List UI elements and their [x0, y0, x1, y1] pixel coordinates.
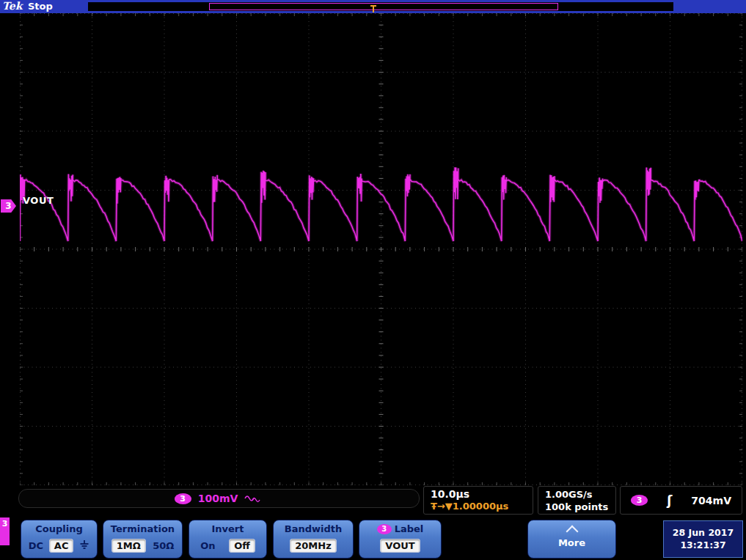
bandwidth-title: Bandwidth — [274, 523, 353, 534]
channel3-vertical-scale: 100mV — [198, 493, 238, 504]
date-text: 28 Jun 2017 — [673, 527, 734, 539]
trigger-level: 704mV — [691, 495, 731, 506]
trigger-delay-value: 1.00000µs — [453, 501, 509, 512]
acquisition-status: Stop — [28, 1, 53, 12]
sample-rate: 1.00GS/s — [545, 488, 615, 501]
invert-title: Invert — [189, 523, 266, 534]
more-label: More — [528, 537, 615, 548]
graticule — [20, 13, 742, 485]
trigger-delay-icon: Ŧ→▼ — [431, 501, 453, 512]
bandwidth-button[interactable]: Bandwidth 20MHz — [273, 520, 354, 559]
trigger-position-strip-marker[interactable] — [370, 2, 377, 11]
channel3-readout-pill: 3 100mV — [18, 489, 420, 508]
trigger-source-badge: 3 — [631, 495, 648, 506]
bandwidth-value-selected[interactable]: 20MHz — [290, 539, 336, 553]
trigger-readout: 3 ʃ 704mV — [620, 486, 742, 515]
record-view-strip — [88, 2, 673, 11]
invert-on-option[interactable]: On — [200, 540, 215, 551]
horizontal-scale: 10.0µs — [431, 488, 533, 501]
tek-logo: Tek — [2, 0, 22, 12]
graticule-grid-and-waveform — [20, 13, 742, 485]
label-title-text: Label — [395, 523, 424, 534]
more-button[interactable]: More — [527, 520, 616, 559]
channel3-corner-tab: 3 — [0, 517, 10, 545]
label-title: 3 Label — [359, 523, 441, 534]
coupling-ac-option-selected[interactable]: AC — [49, 539, 74, 553]
trigger-delay-readout: Ŧ→▼1.00000µs — [431, 501, 533, 512]
acquisition-readout: 1.00GS/s 100k points — [538, 486, 616, 515]
invert-button[interactable]: Invert On Off — [189, 520, 267, 559]
coupling-dc-option[interactable]: DC — [29, 540, 43, 551]
chevron-up-icon — [566, 526, 578, 538]
time-text: 13:21:37 — [680, 539, 725, 551]
trigger-slope-icon: ʃ — [667, 493, 672, 508]
top-status-bar: Tek Stop — [0, 0, 746, 13]
ac-ripple-icon — [244, 492, 263, 506]
termination-title: Termination — [103, 523, 182, 534]
channel3-position-marker[interactable]: 3 — [1, 199, 16, 213]
horizontal-readout: 10.0µs Ŧ→▼1.00000µs — [423, 486, 533, 515]
invert-off-option-selected[interactable]: Off — [229, 539, 255, 553]
termination-1mohm-option-selected[interactable]: 1MΩ — [111, 539, 146, 553]
coupling-button[interactable]: Coupling DC AC — [21, 520, 98, 559]
label-button[interactable]: 3 Label VOUT — [359, 520, 442, 559]
record-length: 100k points — [545, 501, 615, 513]
coupling-title: Coupling — [21, 523, 97, 534]
label-channel-badge: 3 — [377, 524, 392, 534]
trigger-t-icon — [370, 4, 377, 13]
channel3-badge: 3 — [175, 493, 191, 504]
termination-button[interactable]: Termination 1MΩ 50Ω — [103, 520, 183, 559]
trace-label: VOUT — [23, 195, 54, 206]
oscilloscope-screen: Tek Stop VOUT 3 3 100mV — [0, 0, 746, 560]
termination-50ohm-option[interactable]: 50Ω — [153, 540, 174, 551]
label-value[interactable]: VOUT — [380, 539, 420, 553]
record-view-window[interactable] — [209, 3, 558, 10]
datetime-display: 28 Jun 2017 13:21:37 — [663, 520, 743, 558]
ground-coupling-icon[interactable] — [79, 539, 89, 552]
